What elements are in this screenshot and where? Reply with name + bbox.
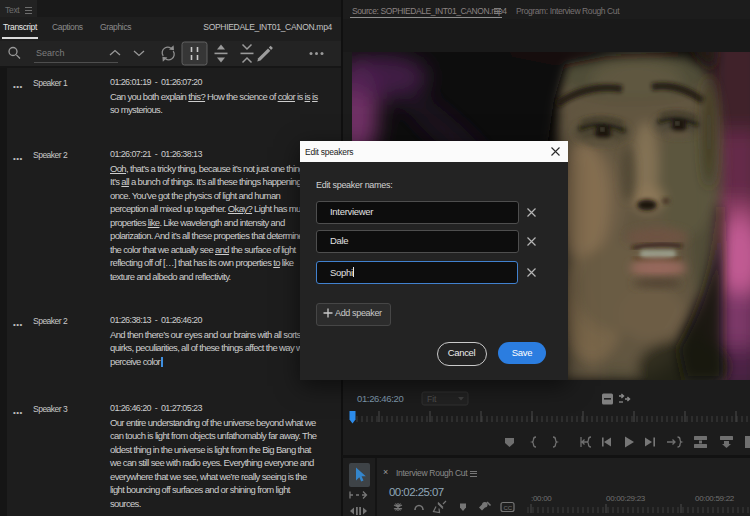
svg-text:CC: CC <box>504 505 513 511</box>
